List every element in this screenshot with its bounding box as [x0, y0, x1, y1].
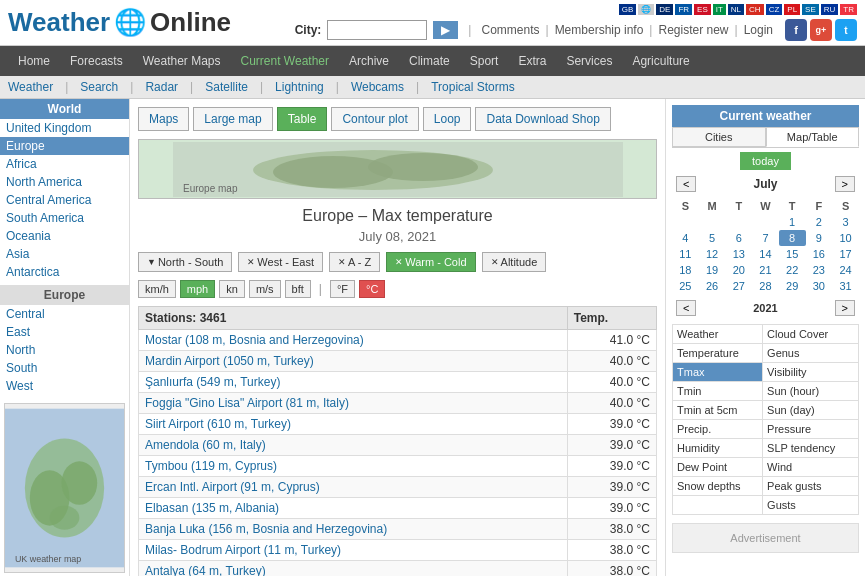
calendar-day[interactable]: 27: [725, 278, 752, 294]
tool-contour-plot[interactable]: Contour plot: [331, 107, 418, 131]
calendar-day[interactable]: 2: [806, 214, 833, 230]
facebook-icon[interactable]: f: [785, 19, 807, 41]
station-link[interactable]: Elbasan (135 m, Albania): [145, 501, 279, 515]
weather-item-col2[interactable]: Visibility: [763, 363, 859, 382]
calendar-day[interactable]: 3: [832, 214, 859, 230]
unit-ms[interactable]: m/s: [249, 280, 281, 298]
calendar-day[interactable]: 5: [699, 230, 726, 246]
weather-item-col2[interactable]: SLP tendency: [763, 439, 859, 458]
filter-west-east[interactable]: ✕ West - East: [238, 252, 323, 272]
calendar-day[interactable]: 31: [832, 278, 859, 294]
sec-weather[interactable]: Weather: [8, 80, 53, 94]
unit-celsius[interactable]: °C: [359, 280, 385, 298]
calendar-day[interactable]: 8: [779, 230, 806, 246]
weather-item-col2[interactable]: Gusts: [763, 496, 859, 515]
city-submit-button[interactable]: ▶: [433, 21, 458, 39]
weather-item-col1[interactable]: Humidity: [673, 439, 763, 458]
calendar-day[interactable]: 17: [832, 246, 859, 262]
nav-climate[interactable]: Climate: [399, 48, 460, 74]
tab-cities[interactable]: Cities: [672, 127, 766, 147]
filter-a-z[interactable]: ✕ A - Z: [329, 252, 380, 272]
calendar-day[interactable]: 18: [672, 262, 699, 278]
sidebar-item-south-america[interactable]: South America: [0, 209, 129, 227]
membership-link[interactable]: Membership info: [555, 23, 644, 37]
calendar-day[interactable]: 20: [725, 262, 752, 278]
twitter-icon[interactable]: t: [835, 19, 857, 41]
filter-altitude[interactable]: ✕ Altitude: [482, 252, 547, 272]
nav-sport[interactable]: Sport: [460, 48, 509, 74]
sidebar-item-asia[interactable]: Asia: [0, 245, 129, 263]
sec-radar[interactable]: Radar: [145, 80, 178, 94]
sidebar-item-south[interactable]: South: [0, 359, 129, 377]
station-link[interactable]: Milas- Bodrum Airport (11 m, Turkey): [145, 543, 341, 557]
calendar-day[interactable]: 29: [779, 278, 806, 294]
tool-large-map[interactable]: Large map: [193, 107, 272, 131]
calendar-day[interactable]: 19: [699, 262, 726, 278]
sidebar-item-north-america[interactable]: North America: [0, 173, 129, 191]
register-link[interactable]: Register new: [658, 23, 728, 37]
calendar-day[interactable]: 9: [806, 230, 833, 246]
today-button[interactable]: today: [740, 152, 791, 170]
sidebar-item-west[interactable]: West: [0, 377, 129, 395]
calendar-day[interactable]: 11: [672, 246, 699, 262]
sec-satellite[interactable]: Satellite: [205, 80, 248, 94]
year-next[interactable]: >: [835, 300, 855, 316]
weather-item-col2[interactable]: Sun (hour): [763, 382, 859, 401]
calendar-day[interactable]: 4: [672, 230, 699, 246]
cal-next-month[interactable]: >: [835, 176, 855, 192]
calendar-day[interactable]: 23: [806, 262, 833, 278]
weather-item-col1[interactable]: [673, 496, 763, 515]
sidebar-item-europe[interactable]: Europe: [0, 137, 129, 155]
calendar-day[interactable]: 15: [779, 246, 806, 262]
weather-item-col1[interactable]: Precip.: [673, 420, 763, 439]
station-link[interactable]: Amendola (60 m, Italy): [145, 438, 266, 452]
station-link[interactable]: Antalya (64 m, Turkey): [145, 564, 266, 576]
weather-item-col1[interactable]: Snow depths: [673, 477, 763, 496]
weather-item-col2[interactable]: Pressure: [763, 420, 859, 439]
station-link[interactable]: Şanlıurfa (549 m, Turkey): [145, 375, 280, 389]
tool-maps[interactable]: Maps: [138, 107, 189, 131]
station-link[interactable]: Siirt Airport (610 m, Turkey): [145, 417, 291, 431]
calendar-day[interactable]: 7: [752, 230, 779, 246]
calendar-day[interactable]: 26: [699, 278, 726, 294]
calendar-day[interactable]: 28: [752, 278, 779, 294]
unit-fahrenheit[interactable]: °F: [330, 280, 355, 298]
nav-services[interactable]: Services: [556, 48, 622, 74]
nav-agriculture[interactable]: Agriculture: [622, 48, 699, 74]
filter-north-south[interactable]: ▼ North - South: [138, 252, 232, 272]
calendar-day[interactable]: 24: [832, 262, 859, 278]
weather-item-col2[interactable]: Genus: [763, 344, 859, 363]
year-prev[interactable]: <: [676, 300, 696, 316]
unit-mph[interactable]: mph: [180, 280, 215, 298]
calendar-day[interactable]: 21: [752, 262, 779, 278]
sidebar-item-central-america[interactable]: Central America: [0, 191, 129, 209]
calendar-day[interactable]: 22: [779, 262, 806, 278]
calendar-day[interactable]: 10: [832, 230, 859, 246]
station-link[interactable]: Foggia "Gino Lisa" Airport (81 m, Italy): [145, 396, 349, 410]
calendar-day[interactable]: 25: [672, 278, 699, 294]
nav-weather-maps[interactable]: Weather Maps: [133, 48, 231, 74]
comments-link[interactable]: Comments: [481, 23, 539, 37]
calendar-day[interactable]: 12: [699, 246, 726, 262]
sidebar-item-north[interactable]: North: [0, 341, 129, 359]
weather-item-col1[interactable]: Tmax: [673, 363, 763, 382]
calendar-day[interactable]: 30: [806, 278, 833, 294]
weather-item-col1[interactable]: Temperature: [673, 344, 763, 363]
station-link[interactable]: Mardin Airport (1050 m, Turkey): [145, 354, 314, 368]
sec-search[interactable]: Search: [80, 80, 118, 94]
tool-table[interactable]: Table: [277, 107, 328, 131]
calendar-day[interactable]: 6: [725, 230, 752, 246]
sec-tropical-storms[interactable]: Tropical Storms: [431, 80, 515, 94]
unit-kmh[interactable]: km/h: [138, 280, 176, 298]
tool-loop[interactable]: Loop: [423, 107, 472, 131]
calendar-day[interactable]: 14: [752, 246, 779, 262]
sidebar-item-united-kingdom[interactable]: United Kingdom: [0, 119, 129, 137]
login-link[interactable]: Login: [744, 23, 773, 37]
calendar-day[interactable]: 16: [806, 246, 833, 262]
unit-kn[interactable]: kn: [219, 280, 245, 298]
unit-bft[interactable]: bft: [285, 280, 311, 298]
weather-item-col2[interactable]: Wind: [763, 458, 859, 477]
weather-item-col1[interactable]: Weather: [673, 325, 763, 344]
sidebar-item-central[interactable]: Central: [0, 305, 129, 323]
calendar-day[interactable]: 13: [725, 246, 752, 262]
